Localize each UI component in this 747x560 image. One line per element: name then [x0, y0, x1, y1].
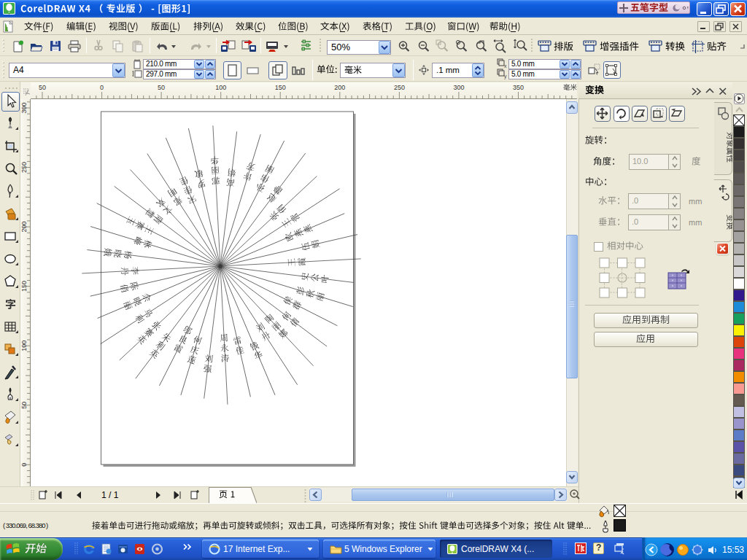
svg-text:x: x [504, 63, 507, 69]
svg-text:0: 0 [100, 84, 104, 91]
svg-text:y: y [504, 74, 507, 79]
svg-text:350: 350 [513, 84, 524, 91]
svg-text:200: 200 [334, 84, 345, 91]
svg-text:100: 100 [215, 84, 226, 91]
svg-text:300: 300 [453, 84, 464, 91]
svg-text:50: 50 [158, 84, 165, 91]
svg-text:150: 150 [275, 84, 286, 91]
svg-text:250: 250 [394, 84, 405, 91]
svg-text:50: 50 [39, 84, 46, 91]
